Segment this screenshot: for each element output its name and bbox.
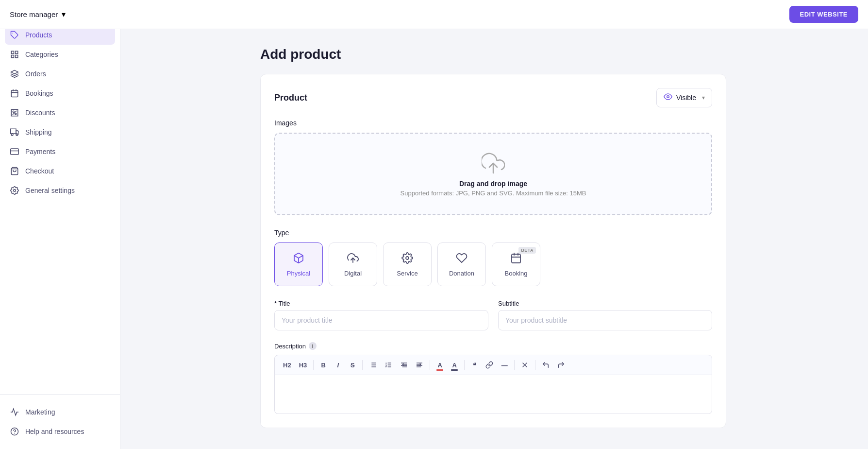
store-manager-menu[interactable]: Store manager ▾ <box>10 10 66 19</box>
booking-label: Booking <box>505 270 528 277</box>
payments-icon <box>10 147 19 156</box>
toolbar-ordered-list-button[interactable] <box>381 358 396 372</box>
service-label: Service <box>397 270 417 277</box>
type-grid: Physical Digital <box>274 242 712 286</box>
toolbar-strikethrough-button[interactable]: S <box>346 358 359 372</box>
type-section: Type Physical <box>274 229 712 286</box>
grid-icon <box>10 50 19 59</box>
svg-rect-4 <box>16 55 18 58</box>
type-card-digital[interactable]: Digital <box>329 242 377 286</box>
toolbar-blockquote-button[interactable]: ❝ <box>467 358 481 372</box>
visible-label: Visible <box>676 94 696 102</box>
type-label: Type <box>274 229 712 237</box>
sidebar-item-label: Help and resources <box>25 428 84 435</box>
sidebar-item-checkout[interactable]: Checkout <box>0 161 120 181</box>
discount-icon <box>10 108 19 118</box>
cloud-upload-icon <box>347 252 359 267</box>
description-section: Description i H2 H3 B I S <box>274 342 712 414</box>
sidebar-item-shipping[interactable]: Shipping <box>0 122 120 142</box>
toolbar-divider-4 <box>464 360 465 370</box>
toolbar-undo-button[interactable] <box>538 358 553 372</box>
toolbar-hr-button[interactable]: — <box>498 358 511 372</box>
svg-rect-3 <box>11 55 14 58</box>
images-label: Images <box>274 119 712 127</box>
toolbar-divider <box>313 360 314 370</box>
sidebar-item-label: Discounts <box>25 109 55 117</box>
sidebar-item-general-settings[interactable]: General settings <box>0 181 120 200</box>
chevron-down-icon: ▾ <box>62 10 66 19</box>
sidebar-item-help[interactable]: Help and resources <box>10 422 110 441</box>
toolbar-italic-button[interactable]: I <box>331 358 345 372</box>
svg-rect-5 <box>11 90 18 97</box>
topbar: Store manager ▾ EDIT WEBSITE <box>0 0 868 29</box>
svg-rect-2 <box>16 51 18 53</box>
sidebar-item-label: Bookings <box>25 89 53 97</box>
sidebar-item-payments[interactable]: Payments <box>0 142 120 161</box>
checkout-icon <box>10 166 19 176</box>
sidebar-item-categories[interactable]: Categories <box>0 45 120 64</box>
sidebar-item-label: Checkout <box>25 167 54 175</box>
product-card-header: Product Visible ▾ <box>274 88 712 107</box>
toolbar-indent-decrease-button[interactable] <box>397 358 411 372</box>
svg-point-21 <box>667 96 669 98</box>
main-content: Add product Product Visible ▾ Image <box>241 29 868 446</box>
drag-drop-sub: Supported formats: JPG, PNG and SVG. Max… <box>401 190 586 197</box>
svg-point-9 <box>13 111 14 112</box>
image-drop-zone[interactable]: Drag and drop image Supported formats: J… <box>274 133 712 215</box>
toolbar-text-bg-button[interactable]: A <box>448 358 461 372</box>
title-label: * Title <box>274 300 488 307</box>
sidebar-item-label: Payments <box>25 148 55 155</box>
type-card-booking[interactable]: BETA Booking <box>492 242 540 286</box>
visible-dropdown[interactable]: Visible ▾ <box>656 88 712 107</box>
edit-website-button[interactable]: EDIT WEBSITE <box>789 6 858 23</box>
title-field-group: * Title <box>274 300 488 330</box>
product-card-title: Product <box>274 93 307 103</box>
orders-icon <box>10 69 19 79</box>
svg-rect-26 <box>512 254 520 263</box>
eye-icon <box>664 92 672 103</box>
product-card: Product Visible ▾ Images <box>260 74 726 428</box>
chevron-down-icon: ▾ <box>702 94 705 101</box>
svg-rect-12 <box>11 129 16 134</box>
main-wrapper: Add product Product Visible ▾ Image <box>241 29 868 449</box>
toolbar-clear-format-button[interactable] <box>517 358 532 372</box>
info-icon[interactable]: i <box>309 342 317 350</box>
type-card-physical[interactable]: Physical <box>274 242 323 286</box>
toolbar-h3-button[interactable]: H3 <box>296 358 311 372</box>
toolbar-link-button[interactable] <box>482 358 497 372</box>
svg-rect-1 <box>11 51 14 53</box>
subtitle-input[interactable] <box>498 310 712 330</box>
toolbar-h2-button[interactable]: H2 <box>280 358 295 372</box>
svg-point-25 <box>406 257 409 259</box>
cube-icon <box>293 252 304 267</box>
donation-label: Donation <box>449 270 474 277</box>
toolbar-redo-button[interactable] <box>554 358 568 372</box>
title-input[interactable] <box>274 310 488 330</box>
sidebar-item-bookings[interactable]: Bookings <box>0 84 120 103</box>
toolbar-unordered-list-button[interactable] <box>366 358 380 372</box>
description-header: Description i <box>274 342 712 350</box>
sidebar-item-discounts[interactable]: Discounts <box>0 103 120 122</box>
toolbar-bold-button[interactable]: B <box>317 358 330 372</box>
sidebar: ⌂ Dashboard Products Categories <box>0 0 120 449</box>
sidebar-item-marketing[interactable]: Marketing <box>10 402 110 422</box>
subtitle-field-group: Subtitle <box>498 300 712 330</box>
type-card-donation[interactable]: Donation <box>437 242 486 286</box>
description-label: Description <box>274 343 306 350</box>
toolbar-text-color-button[interactable]: A <box>433 358 447 372</box>
svg-line-11 <box>13 111 17 115</box>
beta-badge: BETA <box>518 247 536 254</box>
toolbar-divider-5 <box>514 360 515 370</box>
sidebar-item-orders[interactable]: Orders <box>0 64 120 84</box>
sidebar-item-label: Products <box>25 31 52 39</box>
toolbar-divider-2 <box>362 360 363 370</box>
type-card-service[interactable]: Service <box>383 242 432 286</box>
svg-point-13 <box>11 134 13 136</box>
toolbar-divider-3 <box>430 360 430 370</box>
svg-rect-15 <box>11 149 19 155</box>
physical-label: Physical <box>287 270 310 277</box>
tag-icon <box>10 30 19 40</box>
description-editor[interactable] <box>274 375 712 414</box>
sidebar-item-label: General settings <box>25 187 75 194</box>
toolbar-indent-increase-button[interactable] <box>412 358 427 372</box>
